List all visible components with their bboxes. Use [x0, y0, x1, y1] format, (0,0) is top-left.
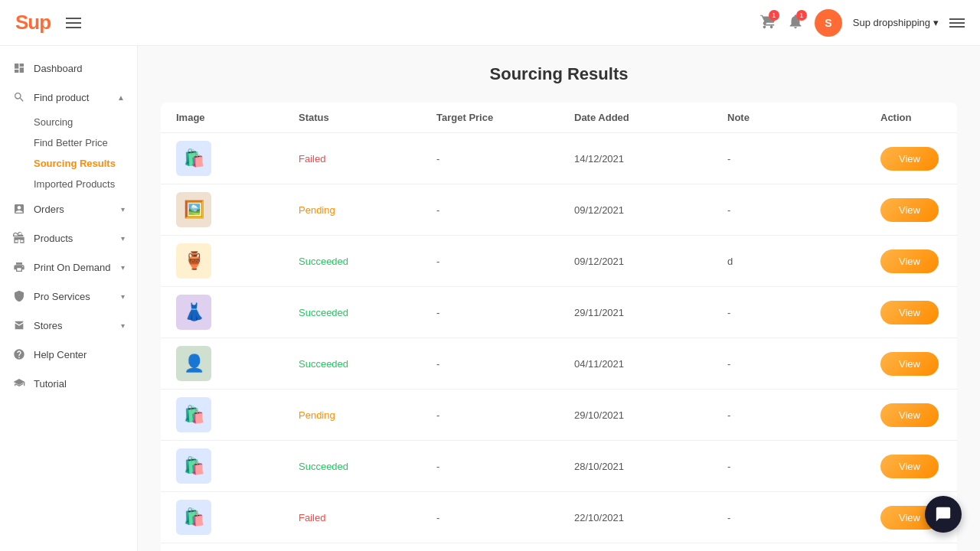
view-button[interactable]: View: [880, 352, 939, 376]
cell-image: 🛍️: [176, 500, 299, 535]
avatar: S: [815, 9, 842, 37]
sidebar-item-stores-label: Stores: [34, 320, 63, 331]
sourcing-results-table: Image Status Target Price Date Added Not…: [161, 103, 957, 551]
cell-status: Succeeded: [299, 307, 436, 318]
table-row: 👤 Succeeded - 04/11/2021 - View: [161, 338, 957, 390]
cell-target-price: -: [436, 461, 574, 472]
cell-note: -: [727, 204, 880, 216]
col-date-added: Date Added: [574, 112, 727, 123]
hamburger-menu[interactable]: [66, 18, 81, 28]
sidebar-item-tutorial-label: Tutorial: [34, 378, 67, 390]
sidebar-item-find-product[interactable]: Find product ▲: [0, 83, 137, 112]
page-title: Sourcing Results: [161, 64, 957, 84]
table-header: Image Status Target Price Date Added Not…: [161, 103, 957, 133]
table-row: 🏺 Succeeded - 09/12/2021 d View: [161, 236, 957, 287]
cell-note: -: [727, 307, 880, 318]
sidebar-item-orders-label: Orders: [34, 204, 64, 215]
sidebar-sub-sourcing-results[interactable]: Sourcing Results: [0, 153, 137, 174]
help-icon: [12, 347, 26, 361]
cell-action: View: [880, 301, 957, 324]
cart-badge: 1: [769, 10, 779, 21]
col-target-price: Target Price: [436, 112, 574, 123]
header: Sup 1 1 S Sup dropshipping ▾: [0, 0, 980, 46]
cell-date-added: 14/12/2021: [574, 153, 727, 165]
cell-status: Failed: [299, 153, 436, 165]
view-button[interactable]: View: [880, 301, 939, 324]
sidebar-sub-sourcing[interactable]: Sourcing: [0, 112, 137, 132]
sidebar-item-products[interactable]: Products ▾: [0, 223, 137, 253]
sidebar-item-tutorial[interactable]: Tutorial: [0, 369, 137, 398]
cell-status: Pending: [299, 204, 436, 216]
cell-status: Pending: [299, 409, 436, 421]
table-row: 👗 Succeeded - 29/11/2021 - View: [161, 287, 957, 338]
sidebar-item-find-product-label: Find product: [34, 92, 89, 103]
sidebar-item-stores[interactable]: Stores ▾: [0, 311, 137, 340]
table-rows: 🛍️ Failed - 14/12/2021 - View 🖼️ Pending…: [161, 133, 957, 551]
sidebar-item-pro-services[interactable]: Pro Services ▾: [0, 282, 137, 311]
sidebar-item-print-on-demand[interactable]: Print On Demand ▾: [0, 253, 137, 282]
cell-action: View: [880, 455, 957, 478]
cell-note: -: [727, 409, 880, 421]
cell-date-added: 04/11/2021: [574, 358, 727, 370]
view-button[interactable]: View: [880, 198, 939, 222]
cell-date-added: 09/12/2021: [574, 256, 727, 267]
sidebar-item-products-label: Products: [34, 233, 73, 244]
table-row: 🛍️ Pending - 29/10/2021 - View: [161, 390, 957, 441]
cell-image: 🛍️: [176, 141, 299, 176]
user-name[interactable]: Sup dropshipping ▾: [853, 17, 939, 28]
cell-status: Succeeded: [299, 256, 436, 267]
print-icon: [12, 260, 26, 274]
sidebar-sub-imported-products[interactable]: Imported Products: [0, 174, 137, 194]
product-image: 🛍️: [176, 397, 211, 432]
chat-bubble[interactable]: [925, 496, 962, 533]
main-menu-icon[interactable]: [949, 18, 965, 28]
product-image: 🛍️: [176, 141, 211, 176]
sidebar-item-orders[interactable]: Orders ▾: [0, 194, 137, 223]
cell-date-added: 22/10/2021: [574, 512, 727, 523]
sidebar-item-help-center[interactable]: Help Center: [0, 340, 137, 369]
view-button[interactable]: View: [880, 249, 939, 273]
cell-image: 👗: [176, 295, 299, 330]
tutorial-icon: [12, 377, 26, 390]
find-product-icon: [12, 90, 26, 104]
view-button[interactable]: View: [880, 403, 939, 427]
cell-status: Failed: [299, 512, 436, 523]
dashboard-icon: [12, 61, 26, 75]
product-image: 🛍️: [176, 500, 211, 535]
cell-image: 👤: [176, 346, 299, 381]
notification-badge: 1: [796, 10, 807, 21]
cell-note: -: [727, 358, 880, 370]
view-button[interactable]: View: [880, 455, 939, 478]
cell-target-price: -: [436, 204, 574, 216]
product-image: 🛍️: [176, 448, 211, 484]
cell-date-added: 09/12/2021: [574, 204, 727, 216]
chevron-down-icon: ▾: [121, 263, 125, 272]
cell-status: Succeeded: [299, 461, 436, 472]
main-content: Sourcing Results Image Status Target Pri…: [138, 46, 980, 551]
cell-action: View: [880, 352, 957, 376]
header-left: Sup: [15, 11, 81, 34]
sidebar: Dashboard Find product ▲ Sourcing Find B…: [0, 46, 138, 551]
notification-icon[interactable]: 1: [787, 13, 804, 33]
table-row: 🛍️ Failed - 22/10/2021 - View: [161, 492, 957, 543]
sidebar-item-pro-services-label: Pro Services: [34, 291, 90, 302]
cell-note: -: [727, 461, 880, 472]
sidebar-item-dashboard[interactable]: Dashboard: [0, 54, 137, 83]
product-image: 👤: [176, 346, 211, 381]
view-button[interactable]: View: [880, 147, 939, 171]
col-action: Action: [880, 112, 957, 123]
product-image: 🏺: [176, 243, 211, 279]
sidebar-item-dashboard-label: Dashboard: [34, 63, 83, 74]
cell-note: d: [727, 256, 880, 267]
chevron-down-icon: ▾: [121, 205, 125, 214]
sidebar-sub-find-better-price[interactable]: Find Better Price: [0, 132, 137, 153]
cell-action: View: [880, 249, 957, 273]
cell-date-added: 29/11/2021: [574, 307, 727, 318]
sidebar-item-help-label: Help Center: [34, 349, 87, 360]
sidebar-item-print-label: Print On Demand: [34, 262, 110, 273]
cart-icon[interactable]: 1: [760, 13, 776, 33]
cell-status: Succeeded: [299, 358, 436, 370]
table-row: 🖼️ Pending - 09/12/2021 - View: [161, 184, 957, 236]
header-right: 1 1 S Sup dropshipping ▾: [760, 9, 965, 37]
products-icon: [12, 231, 26, 245]
